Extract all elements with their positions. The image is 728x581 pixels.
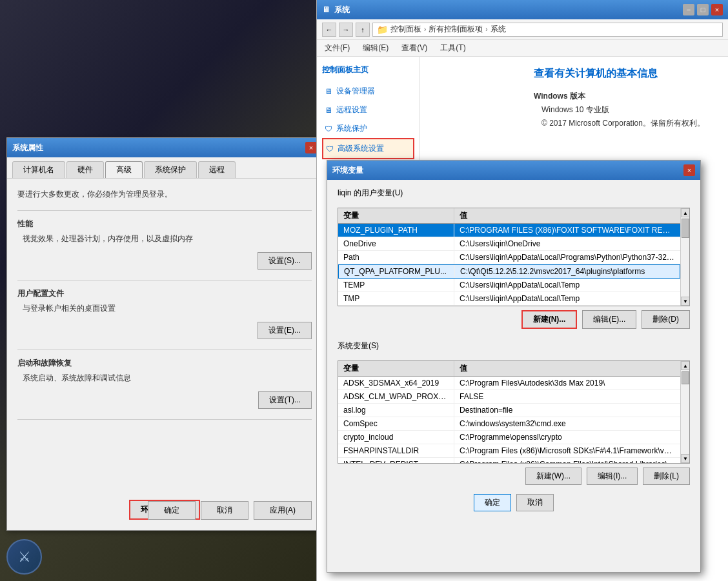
user-var-moz-name: MOZ_PLUGIN_PATH bbox=[338, 224, 454, 237]
user-vars-col-var: 变量 bbox=[338, 208, 454, 223]
sys-vars-btn-row: 新建(W)... 编辑(I)... 删除(L) bbox=[327, 464, 700, 489]
sys-var-asllog-name: asl.log bbox=[338, 404, 454, 417]
apply-button[interactable]: 应用(A) bbox=[254, 501, 312, 520]
tab-advanced[interactable]: 高级 bbox=[105, 161, 143, 178]
sys-var-row-asllog[interactable]: asl.log Destination=file bbox=[338, 404, 680, 417]
sys-var-adsk3dsmax-name: ADSK_3DSMAX_x64_2019 bbox=[338, 377, 454, 389]
sys-var-row-comspec[interactable]: ComSpec C:\windows\system32\cmd.exe bbox=[338, 417, 680, 431]
divider-4 bbox=[17, 419, 312, 420]
user-new-button[interactable]: 新建(N)... bbox=[521, 310, 578, 329]
sys-var-adskclm-val: FALSE bbox=[454, 390, 680, 403]
windows-version-label: Windows 版本 bbox=[534, 91, 705, 102]
user-var-row-moz[interactable]: MOZ_PLUGIN_PATH C:\PROGRAM FILES (X86)\F… bbox=[338, 224, 680, 237]
user-vars-btn-row: 新建(N)... 编辑(E)... 删除(D) bbox=[327, 306, 700, 333]
sys-var-row-adsk3dsmax[interactable]: ADSK_3DSMAX_x64_2019 C:\Program Files\Au… bbox=[338, 377, 680, 390]
menu-edit[interactable]: 编辑(E) bbox=[360, 41, 391, 55]
sys-var-row-crypto[interactable]: crypto_incloud C:\Programme\openssl\cryp… bbox=[338, 431, 680, 444]
user-vars-scrollbar[interactable]: ▲ ▼ bbox=[680, 208, 689, 306]
user-var-row-onedrive[interactable]: OneDrive C:\Users\liqin\OneDrive bbox=[338, 237, 680, 251]
breadcrumb-control-panel: 控制面板 bbox=[390, 24, 421, 35]
scrollbar-thumb[interactable] bbox=[682, 219, 689, 238]
sys-vars-scrollbar[interactable]: ▲ ▼ bbox=[680, 361, 689, 463]
cp-link-device-manager[interactable]: 🖥 设备管理器 bbox=[322, 82, 414, 101]
env-cancel-button[interactable]: 取消 bbox=[516, 494, 554, 511]
sys-var-fsharp-name: FSHARPINSTALLDIR bbox=[338, 444, 454, 457]
sys-vars-col-val: 值 bbox=[454, 361, 689, 376]
sys-new-button[interactable]: 新建(W)... bbox=[525, 468, 581, 485]
divider-2 bbox=[17, 280, 312, 281]
cp-minimize-button[interactable]: − bbox=[683, 4, 694, 15]
sys-props-titlebar: 系统属性 × bbox=[7, 138, 322, 157]
device-manager-icon: 🖥 bbox=[325, 87, 332, 96]
sys-var-row-fsharp[interactable]: FSHARPINSTALLDIR C:\Program Files (x86)\… bbox=[338, 444, 680, 458]
user-var-onedrive-val: C:\Users\liqin\OneDrive bbox=[454, 237, 680, 250]
startup-settings-button[interactable]: 设置(T)... bbox=[258, 391, 312, 409]
user-var-row-path[interactable]: Path C:\Users\liqin\AppData\Local\Progra… bbox=[338, 251, 680, 264]
user-var-row-qt[interactable]: QT_QPA_PLATFORM_PLU... C:\Qt\Qt5.12.2\5.… bbox=[338, 264, 680, 279]
sys-var-crypto-name: crypto_incloud bbox=[338, 431, 454, 444]
sys-var-intel-name: INTEL_DEV_REDIST bbox=[338, 458, 454, 464]
cp-back-button[interactable]: ← bbox=[322, 23, 336, 37]
tab-computer-name[interactable]: 计算机名 bbox=[12, 161, 65, 178]
env-titlebar: 环境变量 × bbox=[327, 161, 700, 180]
user-vars-title: liqin 的用户变量(U) bbox=[338, 188, 690, 199]
scrollbar-down-arrow[interactable]: ▼ bbox=[681, 297, 690, 306]
user-var-row-temp[interactable]: TEMP C:\Users\liqin\AppData\Local\Temp bbox=[338, 279, 680, 292]
sys-delete-button[interactable]: 删除(L) bbox=[643, 468, 690, 485]
menu-tools[interactable]: 工具(T) bbox=[438, 41, 468, 55]
sys-vars-table-container: 变量 值 ADSK_3DSMAX_x64_2019 C:\Program Fil… bbox=[338, 360, 690, 464]
user-var-qt-val: C:\Qt\Qt5.12.2\5.12.2\msvc2017_64\plugin… bbox=[455, 265, 680, 278]
sys-var-fsharp-val: C:\Program Files (x86)\Microsoft SDKs\F#… bbox=[454, 444, 680, 457]
breadcrumb-arrow-1: › bbox=[424, 26, 426, 33]
sys-scrollbar-thumb[interactable] bbox=[682, 371, 689, 384]
sys-var-row-intel[interactable]: INTEL_DEV_REDIST C:\Program Files (x86)\… bbox=[338, 458, 680, 464]
menu-file[interactable]: 文件(F) bbox=[322, 41, 352, 55]
ok-button[interactable]: 确定 bbox=[148, 501, 196, 520]
user-delete-button[interactable]: 删除(D) bbox=[642, 310, 690, 329]
cp-up-button[interactable]: ↑ bbox=[356, 23, 370, 37]
env-ok-button[interactable]: 确定 bbox=[474, 494, 511, 511]
tab-remote[interactable]: 远程 bbox=[198, 161, 236, 178]
user-var-onedrive-name: OneDrive bbox=[338, 237, 454, 250]
sys-props-close-button[interactable]: × bbox=[305, 142, 317, 153]
sys-vars-header: 变量 值 bbox=[338, 361, 689, 377]
env-dialog-footer: 确定 取消 bbox=[327, 489, 700, 517]
user-var-row-tmp[interactable]: TMP C:\Users\liqin\AppData\Local\Temp bbox=[338, 292, 680, 306]
cp-forward-button[interactable]: → bbox=[339, 23, 353, 37]
admin-info-text: 要进行大多数更改，你必须作为管理员登录。 bbox=[17, 189, 312, 200]
sys-var-row-adskclm[interactable]: ADSK_CLM_WPAD_PROXY... FALSE bbox=[338, 390, 680, 404]
footer-action-btns: 确定 取消 应用(A) bbox=[148, 501, 312, 520]
sys-edit-button[interactable]: 编辑(I)... bbox=[587, 468, 638, 485]
system-protection-icon: 🛡 bbox=[325, 124, 332, 133]
user-profile-settings-button[interactable]: 设置(E)... bbox=[258, 322, 312, 339]
cp-link-advanced-settings[interactable]: 🛡 高级系统设置 bbox=[322, 138, 414, 159]
sys-scrollbar-down[interactable]: ▼ bbox=[681, 454, 690, 463]
cp-address-bar[interactable]: 📁 控制面板 › 所有控制面板项 › 系统 bbox=[372, 23, 723, 37]
performance-settings-button[interactable]: 设置(S)... bbox=[258, 252, 312, 270]
cp-link-remote-settings[interactable]: 🖥 远程设置 bbox=[322, 101, 414, 119]
user-var-moz-val: C:\PROGRAM FILES (X86)\FOXIT SOFTWARE\FO… bbox=[454, 224, 680, 237]
cp-maximize-button[interactable]: □ bbox=[697, 4, 709, 15]
tab-system-protection[interactable]: 系统保护 bbox=[144, 161, 197, 178]
user-vars-section: liqin 的用户变量(U) bbox=[327, 180, 700, 208]
sys-props-content: 要进行大多数更改，你必须作为管理员登录。 性能 视觉效果，处理器计划，内存使用，… bbox=[7, 179, 322, 438]
cp-close-button[interactable]: × bbox=[711, 4, 723, 15]
cp-toolbar: ← → ↑ 📁 控制面板 › 所有控制面板项 › 系统 bbox=[317, 19, 728, 40]
cp-titlebar: 🖥 系统 − □ × bbox=[317, 0, 728, 19]
cancel-button[interactable]: 取消 bbox=[201, 501, 248, 520]
cp-window-controls: − □ × bbox=[683, 4, 723, 15]
menu-view[interactable]: 查看(V) bbox=[399, 41, 430, 55]
sys-scrollbar-up[interactable]: ▲ bbox=[681, 361, 690, 370]
windows-version-value: Windows 10 专业版 bbox=[534, 104, 705, 115]
sys-var-intel-val: C:\Program Files (x86)\Common Files\Inte… bbox=[454, 458, 680, 464]
sys-var-crypto-val: C:\Programme\openssl\crypto bbox=[454, 431, 680, 444]
env-close-button[interactable]: × bbox=[683, 164, 695, 176]
user-vars-rows: MOZ_PLUGIN_PATH C:\PROGRAM FILES (X86)\F… bbox=[338, 224, 680, 306]
cp-main-title: 查看有关计算机的基本信息 bbox=[534, 67, 705, 81]
cp-link-system-protection[interactable]: 🛡 系统保护 bbox=[322, 119, 414, 138]
scrollbar-up-arrow[interactable]: ▲ bbox=[681, 208, 690, 217]
user-edit-button[interactable]: 编辑(E)... bbox=[582, 310, 636, 329]
breadcrumb-system: 系统 bbox=[490, 24, 506, 35]
user-var-temp-val: C:\Users\liqin\AppData\Local\Temp bbox=[454, 279, 680, 291]
tab-hardware[interactable]: 硬件 bbox=[66, 161, 104, 178]
